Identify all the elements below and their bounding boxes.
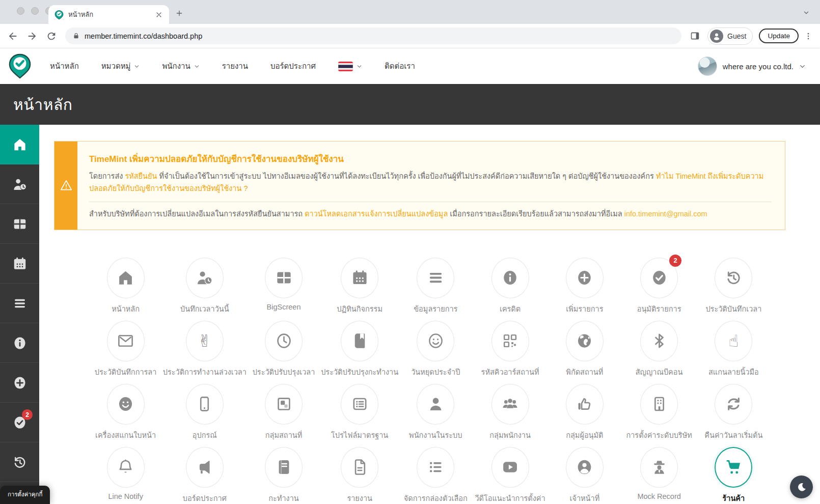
app-grid-item-envelope[interactable]: ประวัติบันทึกการลา (89, 321, 163, 378)
history-icon (12, 455, 28, 470)
app-grid-item-label: รายงาน (347, 492, 372, 504)
timemint-logo-icon[interactable] (8, 53, 32, 79)
app-grid-item-menu[interactable]: ข้อมูลรายการ (398, 258, 473, 315)
smile-icon (417, 321, 454, 361)
app-grid-item-home[interactable]: หน้าหลัก (89, 258, 163, 315)
app-grid-item-list-ul[interactable]: จัดการกล่องตัวเลือก (398, 447, 473, 504)
dark-mode-toggle[interactable] (790, 475, 813, 498)
app-grid-item-label: การตั้งค่าระดับบริษัท (626, 429, 692, 441)
app-grid-item-refresh[interactable]: คืนค่าวันลาเริ่มต้น (696, 384, 771, 441)
page-header: หน้าหลัก (0, 84, 820, 125)
alert-stripe (54, 142, 77, 230)
app-grid-item-phone[interactable]: อุปกรณ์ (163, 384, 247, 441)
nav-item-employees[interactable]: พนักงาน (162, 60, 199, 72)
tab-close-icon[interactable] (155, 11, 163, 19)
app-grid-item-label: กลุ่มผู้อนุมัติ (566, 429, 603, 441)
point-hand-icon: ☝ (715, 321, 752, 361)
app-grid-item-label: อุปกรณ์ (193, 429, 217, 441)
app-grid-item-cart[interactable]: ร้านค้า (696, 447, 771, 504)
phone-icon (186, 384, 224, 425)
window-controls[interactable] (17, 7, 53, 15)
file-doc-icon (341, 447, 378, 488)
sidebar-item-info-filled[interactable] (0, 323, 39, 363)
plus-filled-icon (566, 258, 604, 298)
app-grid-item-clock[interactable]: ประวัติปรับปรุงเวลา (247, 321, 321, 378)
sidebar-item-grid[interactable] (0, 204, 39, 244)
bell-icon (107, 447, 145, 488)
nav-item-board[interactable]: บอร์ดประกาศ (270, 60, 316, 72)
sidebar-item-history[interactable] (0, 442, 39, 482)
app-grid-item-spy[interactable]: Mock Record (622, 447, 696, 504)
plus-filled-icon (12, 375, 28, 390)
book-icon (341, 321, 378, 361)
app-grid-item-bell[interactable]: Line Notify (89, 447, 163, 504)
app-grid-item-bluetooth[interactable]: สัญญาณบีคอน (622, 321, 696, 378)
app-grid: หน้าหลักบันทึกเวลาวันนี้BigScreenปฏิทินก… (89, 258, 771, 504)
app-grid-item-frame[interactable]: กลุ่มสถานที่ (247, 384, 321, 441)
app-grid-item-grid[interactable]: BigScreen (247, 258, 321, 315)
app-grid-item-label: คืนค่าวันลาเริ่มต้น (704, 429, 762, 441)
app-grid-item-qr-code[interactable]: รหัสคิวอาร์สถานที่ (473, 321, 547, 378)
app-grid-item-file-doc[interactable]: รายงาน (321, 447, 398, 504)
app-grid-item-label: หน้าหลัก (112, 303, 140, 315)
app-grid-item-profile-card[interactable]: โปรไฟล์มาตรฐาน (321, 384, 398, 441)
thumb-up-icon (566, 384, 604, 425)
sidebar-item-calendar[interactable] (0, 244, 39, 284)
app-grid-item-globe[interactable]: พิกัดสถานที่ (548, 321, 622, 378)
url-text: member.timemint.co/dashboard.php (85, 32, 202, 40)
cookie-settings-button[interactable]: การตั้งค่าคุกกี้ (0, 486, 50, 504)
nav-item-home[interactable]: หน้าหลัก (50, 60, 79, 72)
app-grid-item-victory-hand[interactable]: ✌ประวัติการทำงานล่วงเวลา (163, 321, 247, 378)
forward-icon[interactable] (26, 31, 38, 42)
new-tab-icon[interactable] (175, 9, 183, 17)
app-grid-item-label: เจ้าหน้าที่ (569, 492, 599, 504)
alert-paragraph-2: สำหรับบริษัทที่ต้องการเปลี่ยนแปลงอีเมลใน… (89, 208, 772, 220)
app-grid-item-book[interactable]: ประวัติปรับปรุงกะทำงาน (321, 321, 398, 378)
sidebar-item-menu[interactable] (0, 284, 39, 323)
reload-icon[interactable] (46, 31, 57, 42)
back-icon[interactable] (7, 31, 18, 42)
app-grid-item-play[interactable]: วีดีโอแนะนำการตั้งค่า (473, 447, 547, 504)
app-grid-item-info-filled[interactable]: เครดิต (473, 258, 547, 315)
app-grid-item-thumb-up[interactable]: กลุ่มผู้อนุมัติ (548, 384, 622, 441)
chevron-down-icon (799, 63, 806, 70)
sidebar-item-check-filled[interactable]: 2 (0, 403, 39, 442)
app-grid-item-megaphone[interactable]: บอร์ดประกาศ (163, 447, 247, 504)
sidebar-item-plus-filled[interactable] (0, 363, 39, 403)
app-grid-item-point-hand[interactable]: ☝สแกนลายนิ้วมือ (696, 321, 771, 378)
app-grid-item-plus-filled[interactable]: เพิ่มรายการ (548, 258, 622, 315)
nav-item-categories[interactable]: หมวดหมู่ (101, 60, 140, 72)
app-grid-item-calendar[interactable]: ปฏิทินกิจกรรม (321, 258, 398, 315)
url-bar[interactable]: member.timemint.co/dashboard.php (65, 27, 681, 44)
grid-icon (12, 216, 28, 232)
victory-hand-icon: ✌ (186, 321, 224, 361)
profile-chip[interactable]: Guest (707, 27, 753, 45)
update-button[interactable]: Update (759, 29, 799, 43)
nav-item-reports[interactable]: รายงาน (222, 60, 248, 72)
browser-menu-icon[interactable] (804, 32, 813, 41)
alert-title: TimeMint เพิ่มความปลอดภัยให้กับบัญชีการใ… (89, 152, 772, 165)
nav-item-contact[interactable]: ติดต่อเรา (385, 60, 415, 72)
app-grid-item-smile[interactable]: วันหยุดประจำปี (398, 321, 473, 378)
app-grid-item-journal[interactable]: กะทำงาน (247, 447, 321, 504)
sidebar-item-home[interactable] (0, 125, 39, 164)
app-grid-item-label: กะทำงาน (268, 492, 298, 504)
app-grid-item-user-clock[interactable]: บันทึกเวลาวันนี้ (163, 258, 247, 315)
tab-search-chevron-icon[interactable] (803, 9, 810, 16)
side-panel-icon[interactable] (690, 31, 700, 41)
app-grid-item-person[interactable]: พนักงานในระบบ (398, 384, 473, 441)
app-grid-item-label: โปรไฟล์มาตรฐาน (331, 429, 388, 441)
language-selector[interactable] (338, 62, 362, 71)
app-grid-item-history[interactable]: ประวัติบันทึกเวลา (696, 258, 771, 315)
user-clock-icon (12, 177, 28, 192)
app-grid-item-building[interactable]: การตั้งค่าระดับบริษัท (622, 384, 696, 441)
people-icon (491, 384, 529, 425)
app-grid-item-smile-filled[interactable]: เครื่องสแกนใบหน้า (89, 384, 163, 441)
chevron-down-icon (134, 64, 140, 69)
sidebar-item-user-clock[interactable] (0, 164, 39, 204)
app-grid-item-people[interactable]: กลุ่มพนักงาน (473, 384, 547, 441)
company-menu[interactable]: where are you co.ltd. (698, 57, 806, 76)
app-grid-item-person-circle[interactable]: เจ้าหน้าที่ (548, 447, 622, 504)
browser-tab[interactable]: หน้าหลัก (48, 5, 169, 24)
app-grid-item-check-filled[interactable]: 2อนุมัติรายการ (622, 258, 696, 315)
